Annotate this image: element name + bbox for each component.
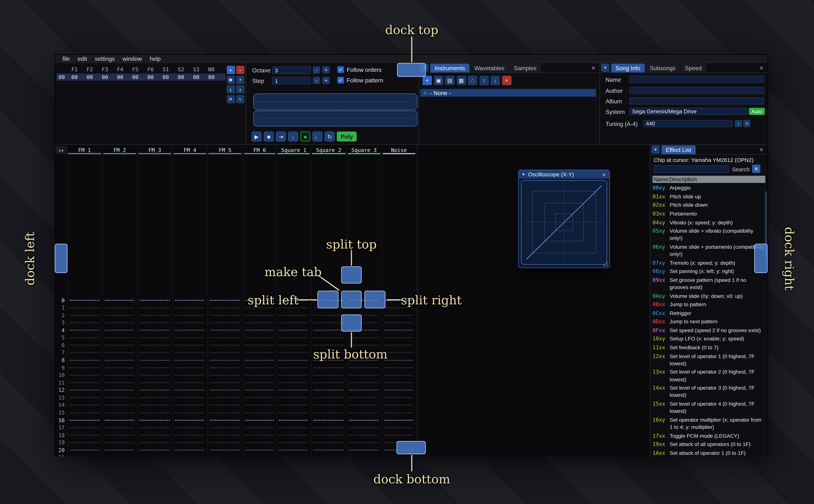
pattern-cell[interactable] (242, 401, 277, 409)
pattern-cell[interactable] (172, 349, 207, 356)
pattern-cell[interactable] (277, 454, 311, 456)
pattern-cell[interactable] (346, 334, 382, 342)
effect-row-14xx[interactable]: 14xxSet level of operator 3 (0 highest, … (653, 384, 765, 399)
effect-row-06xy[interactable]: 06xyVolume slide + portamento (compatibi… (653, 242, 765, 258)
orders-row[interactable]: 00 00000000000000000000 (56, 74, 226, 81)
pattern-cell[interactable] (346, 372, 382, 379)
pattern-cell[interactable] (67, 372, 102, 379)
effect-row-1Axx[interactable]: 1AxxSet attack of operator 1 (0 to 1F) (653, 449, 765, 457)
effect-row-02xx[interactable]: 02xxPitch slide down (653, 201, 765, 209)
step-decrement-button[interactable]: - (313, 77, 320, 84)
instrument-save-button[interactable]: ▦ (457, 76, 466, 85)
pattern-row-16[interactable]: 16 (55, 417, 418, 424)
pattern-cell[interactable] (172, 424, 207, 432)
pattern-cell[interactable] (172, 401, 207, 409)
instrument-delete-button[interactable]: × (502, 76, 511, 85)
orders-duplicate-end-button[interactable]: ⇓ (236, 85, 244, 93)
pattern-cell[interactable] (172, 326, 207, 334)
pattern-cell[interactable] (277, 379, 311, 386)
pattern-cell[interactable] (277, 439, 311, 447)
pattern-row-19[interactable]: 19 (55, 439, 418, 447)
pattern-cell[interactable] (172, 394, 207, 402)
pattern-row-10[interactable]: 10 (55, 372, 418, 379)
pattern-cell[interactable] (137, 349, 172, 356)
oscilloscope-window[interactable]: ▼ Oscilloscope (X-Y) × (518, 170, 610, 268)
pattern-cell[interactable] (381, 312, 416, 319)
instrument-list-item-none[interactable]: ○ - None - (420, 89, 596, 97)
instrument-duplicate-button[interactable]: ▣ (434, 76, 443, 85)
split-right-target[interactable] (364, 291, 385, 308)
pattern-cell[interactable] (172, 372, 207, 379)
effect-row-08xy[interactable]: 08xySet panning (x: left; y: right) (653, 267, 765, 276)
pattern-cell[interactable] (102, 364, 137, 372)
pattern-row-0[interactable]: 0 (55, 297, 418, 304)
effect-row-12xx[interactable]: 12xxSet level of operator 1 (0 highest, … (653, 352, 765, 367)
pattern-cell[interactable] (172, 319, 207, 327)
tab-list-dropdown-icon[interactable]: ▼ (651, 145, 660, 154)
pattern-cell[interactable] (172, 379, 207, 386)
step-increment-button[interactable]: + (322, 77, 329, 84)
instruments-close-icon[interactable]: × (590, 64, 597, 72)
pattern-cell[interactable] (172, 297, 207, 304)
pattern-cell[interactable] (346, 364, 382, 372)
pattern-cell[interactable] (381, 319, 416, 327)
pattern-cell[interactable] (172, 304, 207, 312)
pattern-cell[interactable] (277, 447, 311, 454)
pattern-cell[interactable] (207, 356, 243, 364)
pattern-cell[interactable] (311, 394, 346, 402)
pattern-cell[interactable] (172, 431, 207, 439)
pattern-cell[interactable] (102, 372, 137, 379)
pattern-row-15[interactable]: 15 (55, 409, 418, 417)
make-tab-target[interactable] (341, 291, 362, 308)
pattern-cell[interactable] (67, 401, 102, 409)
song-info-close-icon[interactable]: × (758, 64, 765, 72)
pattern-row-12[interactable]: 12 (55, 386, 418, 394)
pattern-cell[interactable] (242, 356, 277, 364)
menu-item-settings[interactable]: settings (91, 55, 119, 62)
pattern-row-2[interactable]: 2 (55, 312, 418, 319)
pattern-cell[interactable] (242, 364, 277, 372)
effect-row-00xy[interactable]: 00xyArpeggio (653, 183, 765, 192)
orders-channel-header-s3[interactable]: S3 (188, 66, 204, 72)
menu-item-help[interactable]: help (146, 55, 165, 62)
pattern-cell[interactable] (242, 424, 277, 432)
pattern-row-3[interactable]: 3 (55, 319, 418, 327)
orders-channel-header-n0[interactable]: N0 (204, 66, 219, 72)
pattern-cell[interactable] (137, 454, 172, 456)
pattern-cell[interactable] (346, 401, 382, 409)
split-top-target[interactable] (341, 266, 362, 284)
pattern-cell[interactable] (102, 349, 137, 356)
channel-header-fm-1[interactable]: FM 1 (67, 146, 102, 154)
tab-speed[interactable]: Speed (681, 64, 706, 72)
pattern-cell[interactable] (242, 394, 277, 402)
pattern-cell[interactable] (346, 431, 382, 439)
menu-item-edit[interactable]: edit (74, 55, 91, 62)
pattern-cell[interactable] (137, 334, 172, 342)
transport-play-from-cursor-button[interactable]: ⇥ (276, 132, 286, 141)
pattern-cell[interactable] (277, 372, 311, 379)
pattern-cell[interactable] (207, 319, 243, 327)
orders-channel-header-s1[interactable]: S1 (158, 66, 173, 72)
pattern-cell[interactable] (381, 431, 416, 439)
pattern-cell[interactable] (381, 372, 416, 379)
pattern-cell[interactable] (137, 319, 172, 327)
pattern-cell[interactable] (242, 319, 277, 327)
pattern-cell[interactable] (137, 394, 172, 402)
pattern-cell[interactable] (67, 454, 102, 456)
pattern-cell[interactable] (242, 349, 277, 356)
orders-cell[interactable]: 00 (173, 74, 189, 80)
pattern-cell[interactable] (381, 364, 416, 372)
pattern-row-18[interactable]: 18 (55, 431, 418, 439)
pattern-cell[interactable] (67, 447, 102, 454)
pattern-cell[interactable] (242, 439, 277, 447)
orders-move-up-button[interactable]: ↑ (236, 76, 244, 84)
pattern-cell[interactable] (346, 447, 382, 454)
pattern-cell[interactable] (381, 417, 416, 424)
pattern-cell[interactable] (67, 379, 102, 386)
pattern-cell[interactable] (207, 447, 243, 454)
split-bottom-target[interactable] (341, 314, 362, 332)
pattern-cell[interactable] (311, 424, 346, 432)
channel-header-fm-6[interactable]: FM 6 (242, 146, 277, 154)
orders-channel-header-f3[interactable]: F3 (97, 66, 113, 72)
pattern-cell[interactable] (102, 447, 137, 454)
